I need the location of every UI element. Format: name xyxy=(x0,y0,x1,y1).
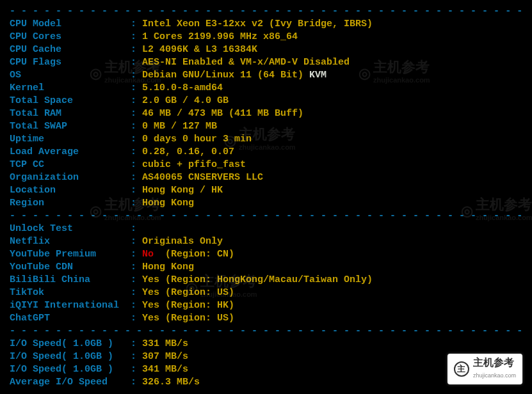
info-row: Netflix : Originals Only xyxy=(10,235,522,248)
separator: : xyxy=(131,159,142,170)
row-label: YouTube Premium xyxy=(10,249,131,260)
separator: : xyxy=(131,287,142,298)
row-value: Hong Kong / HK xyxy=(142,185,223,196)
row-label: Location xyxy=(10,185,131,196)
row-label: CPU Cores xyxy=(10,31,131,42)
row-label: Total Space xyxy=(10,95,131,106)
row-value: 341 MB/s xyxy=(142,364,188,375)
separator: : xyxy=(131,351,142,362)
row-value: 0 days 0 hour 3 min xyxy=(142,134,252,145)
row-label: ChatGPT xyxy=(10,313,131,324)
row-label: YouTube CDN xyxy=(10,262,131,272)
separator: : xyxy=(131,198,142,209)
separator: : xyxy=(131,262,142,272)
separator: : xyxy=(131,108,142,119)
separator: : xyxy=(131,377,142,388)
info-row: TCP CC : cubic + pfifo_fast xyxy=(10,159,522,171)
info-row: I/O Speed( 1.0GB ) : 307 MB/s xyxy=(10,351,522,363)
info-row: YouTube Premium : No (Region: CN) xyxy=(10,248,522,261)
row-value: 331 MB/s xyxy=(142,338,188,349)
logo-text: 主机参考 xyxy=(473,357,514,368)
separator: : xyxy=(131,300,142,311)
separator: : xyxy=(131,274,142,285)
info-row: Organization : AS40065 CNSERVERS LLC xyxy=(10,171,522,184)
info-row: I/O Speed( 1.0GB ) : 341 MB/s xyxy=(10,363,522,376)
separator: : xyxy=(131,121,142,132)
info-row: iQIYI International : Yes (Region: HK) xyxy=(10,299,522,312)
info-row: YouTube CDN : Hong Kong xyxy=(10,261,522,274)
info-row: Total RAM : 46 MB / 473 MB (411 MB Buff) xyxy=(10,107,522,120)
row-label: Unlock Test xyxy=(10,223,131,234)
separator: : xyxy=(131,364,142,375)
divider-line: - - - - - - - - - - - - - - - - - - - - … xyxy=(10,210,522,223)
row-value: cubic + pfifo_fast xyxy=(142,159,246,170)
row-value: Debian GNU/Linux 11 (64 Bit) xyxy=(142,70,303,81)
divider-line: - - - - - - - - - - - - - - - - - - - - … xyxy=(10,325,522,338)
info-row: CPU Cache : L2 4096K & L3 16384K xyxy=(10,43,522,56)
info-row: Load Average : 0.28, 0.16, 0.07 xyxy=(10,146,522,159)
row-value: No xyxy=(142,249,154,260)
row-label: iQIYI International xyxy=(10,300,131,311)
row-label: OS xyxy=(10,70,131,81)
row-value: 5.10.0-8-amd64 xyxy=(142,83,223,93)
separator: : xyxy=(131,146,142,157)
row-value: Yes (Region: US) xyxy=(142,287,234,298)
separator: : xyxy=(131,31,142,42)
row-value: AS40065 CNSERVERS LLC xyxy=(142,172,263,183)
info-row: CPU Model : Intel Xeon E3-12xx v2 (Ivy B… xyxy=(10,18,522,31)
info-row: I/O Speed( 1.0GB ) : 331 MB/s xyxy=(10,338,522,351)
row-value: L2 4096K & L3 16384K xyxy=(142,44,257,55)
separator: : xyxy=(131,249,142,260)
info-row: Kernel : 5.10.0-8-amd64 xyxy=(10,82,522,95)
separator: : xyxy=(131,95,142,106)
row-value: Hong Kong xyxy=(142,198,194,209)
row-label: I/O Speed( 1.0GB ) xyxy=(10,364,131,375)
row-label: CPU Cache xyxy=(10,44,131,55)
separator: : xyxy=(131,223,142,234)
row-label: Total SWAP xyxy=(10,121,131,132)
logo-icon: 主 xyxy=(454,361,469,377)
divider-line: - - - - - - - - - - - - - - - - - - - - … xyxy=(10,5,522,18)
info-row: OS : Debian GNU/Linux 11 (64 Bit) KVM xyxy=(10,69,522,82)
row-label: CPU Model xyxy=(10,19,131,29)
row-label: Kernel xyxy=(10,83,131,93)
row-value: Yes (Region: HK) xyxy=(142,300,234,311)
separator: : xyxy=(131,236,142,247)
row-value: 0.28, 0.16, 0.07 xyxy=(142,146,234,157)
row-value: AES-NI Enabled & VM-x/AMD-V Disabled xyxy=(142,57,350,68)
separator: : xyxy=(131,134,142,145)
row-value: 307 MB/s xyxy=(142,351,188,362)
brand-logo: 主 主机参考 zhujicankao.com xyxy=(447,354,522,384)
separator: : xyxy=(131,83,142,93)
separator: : xyxy=(131,338,142,349)
row-value: Hong Kong xyxy=(142,262,194,272)
row-value: 1 Cores 2199.996 MHz x86_64 xyxy=(142,31,298,42)
row-label: I/O Speed( 1.0GB ) xyxy=(10,338,131,349)
row-value: Yes (Region: HongKong/Macau/Taiwan Only) xyxy=(142,274,373,285)
info-row: Unlock Test : xyxy=(10,223,522,235)
row-label: Region xyxy=(10,198,131,209)
separator: : xyxy=(131,172,142,183)
row-extra: (Region: CN) xyxy=(154,249,234,260)
row-value: 2.0 GB / 4.0 GB xyxy=(142,95,229,106)
row-label: I/O Speed( 1.0GB ) xyxy=(10,351,131,362)
row-value: 46 MB / 473 MB (411 MB Buff) xyxy=(142,108,303,119)
info-row: Location : Hong Kong / HK xyxy=(10,184,522,197)
info-row: ChatGPT : Yes (Region: US) xyxy=(10,312,522,325)
separator: : xyxy=(131,57,142,68)
row-value: 326.3 MB/s xyxy=(142,377,200,388)
terminal-output: - - - - - - - - - - - - - - - - - - - - … xyxy=(0,0,532,394)
row-label: Load Average xyxy=(10,146,131,157)
row-value: Intel Xeon E3-12xx v2 (Ivy Bridge, IBRS) xyxy=(142,19,373,29)
info-row: CPU Cores : 1 Cores 2199.996 MHz x86_64 xyxy=(10,31,522,43)
info-row: Total Space : 2.0 GB / 4.0 GB xyxy=(10,95,522,107)
row-extra: KVM xyxy=(303,70,326,81)
separator: : xyxy=(131,313,142,324)
row-label: Total RAM xyxy=(10,108,131,119)
logo-url: zhujicankao.com xyxy=(473,369,516,382)
row-value: Originals Only xyxy=(142,236,223,247)
separator: : xyxy=(131,70,142,81)
divider-line: - - - - - - - - - - - - - - - - - - - - … xyxy=(10,389,522,394)
separator: : xyxy=(131,19,142,29)
row-label: TikTok xyxy=(10,287,131,298)
